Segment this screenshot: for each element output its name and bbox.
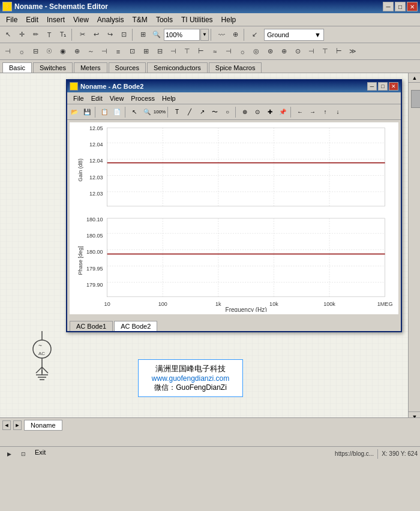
menu-ti-utilities[interactable]: TI Utilities [178, 14, 217, 25]
scroll-up-arrow[interactable]: ▲ [409, 73, 420, 83]
tb-probe-tool[interactable]: ⊕ [229, 28, 242, 41]
tb-import-tool[interactable]: ↙ [248, 28, 261, 41]
status-stop-button[interactable]: ⊡ [17, 447, 30, 461]
bode-tb-zoomout[interactable]: 100% [154, 106, 166, 118]
bode-tb-left[interactable]: ← [294, 106, 306, 118]
menu-tools[interactable]: Tools [152, 14, 176, 25]
tb2-btn1[interactable]: ⊣ [1, 45, 14, 58]
tab-basic[interactable]: Basic [2, 62, 32, 73]
tb2-btn6[interactable]: ⊕ [70, 45, 83, 58]
menu-view[interactable]: View [70, 14, 92, 25]
menu-tm[interactable]: T&M [129, 14, 151, 25]
tb2-btn3[interactable]: ⊟ [29, 45, 42, 58]
tb2-btn20[interactable]: ⊛ [263, 45, 277, 58]
bode-tb-copy[interactable]: 📋 [98, 106, 110, 118]
tb2-btn26[interactable]: ≫ [346, 45, 359, 58]
tb2-btn11[interactable]: ⊞ [139, 45, 152, 58]
close-button[interactable]: ✕ [407, 2, 418, 11]
bode-tb-select[interactable]: ↖ [128, 106, 140, 118]
tb2-btn8[interactable]: ⊣ [98, 45, 111, 58]
bode-tb-curve[interactable]: 〜 [209, 106, 221, 118]
menu-help[interactable]: Help [218, 14, 240, 25]
zoom-input[interactable]: 100% [164, 29, 200, 41]
tb-crosshair-tool[interactable]: ✛ [15, 28, 28, 41]
menu-insert[interactable]: Insert [43, 14, 68, 25]
bode-tb-text[interactable]: T [171, 106, 183, 118]
tb-search-tool[interactable]: 🔍 [150, 28, 163, 41]
status-run-button[interactable]: ▶ [2, 447, 16, 461]
tb-label-tool[interactable]: T₁ [56, 28, 70, 41]
tb-grid-tool[interactable]: ⊞ [136, 28, 149, 41]
bode-tb-right[interactable]: → [307, 106, 319, 118]
bode-tb-pin[interactable]: 📌 [277, 106, 289, 118]
bode-tb-cross[interactable]: ✚ [264, 106, 276, 118]
tb2-btn18[interactable]: ☼ [236, 45, 249, 58]
tab-meters[interactable]: Meters [74, 62, 107, 73]
bode-tb-arrow[interactable]: ↗ [196, 106, 208, 118]
bode-tb-up[interactable]: ↑ [319, 106, 331, 118]
bottom-nav-left[interactable]: ◄ [2, 420, 11, 430]
tb-arrow-tool[interactable]: ↖ [1, 28, 14, 41]
bode-tb-paste[interactable]: 📄 [111, 106, 123, 118]
tb2-btn16[interactable]: ≈ [208, 45, 221, 58]
bode-menu-view[interactable]: View [106, 94, 128, 103]
ground-dropdown-arrow[interactable]: ▼ [314, 31, 321, 38]
bottom-nav-right[interactable]: ► [13, 420, 22, 430]
bode-menu-process[interactable]: Process [127, 94, 158, 103]
tb2-btn10[interactable]: ⊡ [125, 45, 139, 58]
tb2-btn13[interactable]: ⊣ [167, 45, 180, 58]
tb2-btn2[interactable]: ☼ [15, 45, 28, 58]
tb2-btn5[interactable]: ◉ [56, 45, 70, 58]
tab-sources[interactable]: Sources [109, 62, 146, 73]
bode-close-button[interactable]: ✕ [389, 82, 398, 91]
tb2-btn21[interactable]: ⊕ [277, 45, 290, 58]
maximize-button[interactable]: □ [395, 2, 406, 11]
bode-tb-marker[interactable]: ⊕ [239, 106, 251, 118]
tb2-btn19[interactable]: ◎ [250, 45, 263, 58]
tb-redo-tool[interactable]: ↪ [103, 28, 116, 41]
bottom-tab-noname[interactable]: Noname [24, 420, 62, 431]
vertical-scrollbar[interactable]: ▲ ▼ [408, 73, 420, 421]
bode-tb-save[interactable]: 💾 [81, 106, 93, 118]
ground-selector[interactable]: Ground ▼ [264, 29, 324, 41]
tb2-btn14[interactable]: ⊤ [181, 45, 194, 58]
tb-pencil-tool[interactable]: ✏ [29, 28, 42, 41]
bode-tb-down[interactable]: ↓ [332, 106, 344, 118]
zoom-dropdown[interactable]: ▼ [200, 29, 209, 41]
bode-tb-open[interactable]: 📂 [68, 106, 80, 118]
tb-select-all[interactable]: ⊡ [117, 28, 130, 41]
bode-menu-edit[interactable]: Edit [88, 94, 106, 103]
tb2-btn22[interactable]: ⊙ [291, 45, 304, 58]
tb2-btn7[interactable]: ～ [84, 45, 97, 58]
tb-cut-tool[interactable]: ✂ [76, 28, 89, 41]
tb2-btn24[interactable]: ⊤ [319, 45, 332, 58]
tb2-btn12[interactable]: ⊟ [153, 45, 166, 58]
tab-spice-macros[interactable]: Spice Macros [209, 62, 262, 73]
bode-menu-file[interactable]: File [70, 94, 88, 103]
bode-tb-zoomin[interactable]: 🔍 [141, 106, 153, 118]
tb2-btn23[interactable]: ⊣ [305, 45, 318, 58]
tb2-btn25[interactable]: ⊢ [332, 45, 346, 58]
tab-semiconductors[interactable]: Semiconductors [147, 62, 208, 73]
tb2-btn17[interactable]: ⊣ [222, 45, 235, 58]
tb2-btn4[interactable]: ☉ [43, 45, 56, 58]
tb2-btn15[interactable]: ⊢ [194, 45, 208, 58]
menu-analysis[interactable]: Analysis [94, 14, 128, 25]
tb2-btn9[interactable]: ≡ [112, 45, 125, 58]
tb-text-tool[interactable]: T [43, 28, 56, 41]
status-exit-button[interactable]: Exit [31, 447, 49, 461]
bode-tb-circle[interactable]: ○ [221, 106, 233, 118]
menu-file[interactable]: File [2, 14, 21, 25]
bode-minimize-button[interactable]: ─ [367, 82, 377, 91]
minimize-button[interactable]: ─ [383, 2, 394, 11]
bode-maximize-button[interactable]: □ [378, 82, 388, 91]
bode-tb-probe[interactable]: ⊙ [251, 106, 263, 118]
bode-menu-help[interactable]: Help [158, 94, 179, 103]
schematic-component-vsource[interactable]: ~ AC [30, 331, 54, 381]
bode-tb-line[interactable]: ╱ [184, 106, 196, 118]
tab-switches[interactable]: Switches [33, 62, 73, 73]
bode-tab-1[interactable]: AC Bode1 [70, 321, 113, 331]
scroll-thumb[interactable] [411, 90, 420, 108]
menu-edit[interactable]: Edit [22, 14, 42, 25]
tb-undo-tool[interactable]: ↩ [89, 28, 103, 41]
